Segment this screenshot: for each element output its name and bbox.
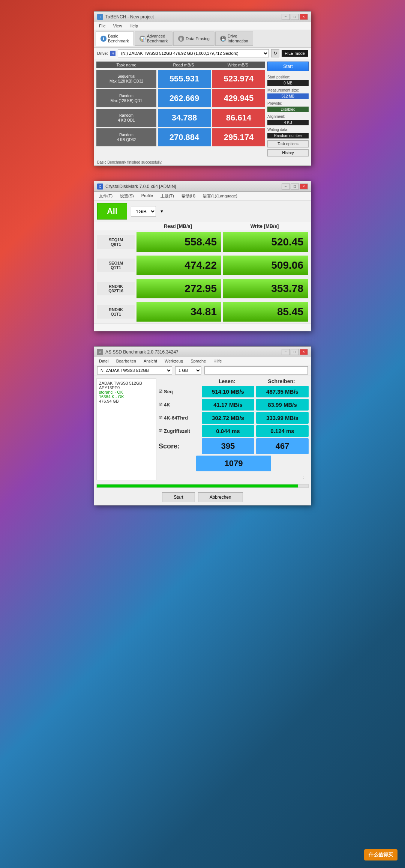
tab-advanced-benchmark[interactable]: 📊 AdvancedBenchmark: [135, 32, 173, 46]
asssd-menu-2[interactable]: Ansicht: [142, 358, 159, 364]
asssd-drive-model: APY13PE0: [99, 385, 154, 390]
cdm-menu-1[interactable]: 设置(S): [118, 193, 136, 200]
asssd-menu-5[interactable]: Hilfe: [212, 358, 224, 364]
tab-drive-information[interactable]: 💾 DriveInformation: [215, 32, 253, 46]
data-erasing-icon: 🗑: [178, 36, 184, 42]
cdm-icon: C: [97, 184, 103, 190]
asssd-title: AS SSD Benchmark 2.0.7316.34247: [105, 349, 178, 355]
task-options-button[interactable]: Task options: [267, 140, 309, 147]
cdm-write-header: Write [MB/s]: [221, 223, 308, 229]
asssd-seq-check: ☑: [159, 389, 162, 394]
watermark: 什么值得买: [364, 849, 398, 860]
asssd-4k64thrd-write: 333.99 MB/s: [256, 412, 309, 424]
cdm-seq1m-q8t1-write: 520.45: [223, 232, 308, 252]
cdm-title: CrystalDiskMark 7.0.0 x64 [ADMIN]: [105, 184, 176, 189]
asssd-storahci: storahci - OK: [99, 390, 154, 394]
asssd-size-select[interactable]: 1 GB: [175, 366, 201, 375]
meas-size-label: Measurement size:: [267, 88, 309, 92]
asssd-abort-button[interactable]: Abbrechen: [198, 492, 243, 502]
asssd-zugriffszeit-row: ☑ Zugriffszeit 0.044 ms 0.124 ms: [159, 425, 309, 437]
asssd-4k64thrd-label: ☑ 4K-64Thrd: [159, 415, 200, 421]
seq-label: SequentialMax (128 KB) QD32: [96, 70, 156, 88]
cdm-seq1m-q1t1-label: SEQ1MQ1T1: [97, 259, 135, 272]
menu-file[interactable]: File: [97, 23, 108, 29]
cdm-minimize-button[interactable]: −: [282, 184, 290, 190]
cdm-bottom-bar: [94, 323, 311, 331]
menu-help[interactable]: Help: [128, 23, 140, 29]
col-read: Read mB/S: [156, 63, 211, 67]
txbench-window: T TxBENCH - New project − □ × File View …: [94, 11, 311, 166]
tab-basic-benchmark[interactable]: ℹ BasicBenchmark: [96, 32, 134, 46]
close-button[interactable]: ×: [300, 14, 308, 20]
asssd-score-row: Score: 395 467: [159, 438, 309, 454]
rnd4k-write: 86.614: [212, 109, 265, 127]
asssd-progress-bar: [96, 484, 309, 488]
status-bar: Basic Benchmark finished successfully.: [94, 159, 311, 165]
asssd-menu-1[interactable]: Bearbeiten: [114, 358, 138, 364]
drive-select[interactable]: (N:) ZADAK TWSS3 512GB 476.92 GB (1,000,…: [118, 49, 269, 57]
asssd-controls: − □ ×: [282, 349, 308, 355]
cdm-menu-5[interactable]: 语言(L)(Language): [201, 193, 239, 200]
asssd-close-button[interactable]: ×: [300, 349, 308, 355]
cdm-row-seq1m-q8t1: SEQ1MQ8T1 558.45 520.45: [94, 230, 311, 254]
asssd-drive-name: ZADAK TWSS3 512GB: [99, 381, 154, 385]
rnd-max-label: RandomMax (128 KB) QD1: [96, 89, 156, 107]
asssd-lesen-header: Lesen:: [200, 378, 254, 384]
cdm-size-select[interactable]: 1GiB: [131, 206, 156, 217]
prewrite-value: Disabled: [267, 107, 309, 112]
txbench-content: Task name Read mB/S Write mB/S Sequentia…: [94, 59, 311, 159]
cdm-menu-2[interactable]: Profile: [140, 193, 155, 200]
asssd-menu-4[interactable]: Sprache: [189, 358, 208, 364]
cdm-read-header: Read [MB/s]: [135, 223, 221, 229]
advanced-benchmark-icon: 📊: [140, 36, 146, 42]
asssd-4k-check: ☑: [159, 402, 162, 407]
tab-data-erasing[interactable]: 🗑 Data Erasing: [173, 32, 214, 46]
cdm-header-row: Read [MB/s] Write [MB/s]: [94, 222, 311, 230]
asssd-info-field[interactable]: [204, 366, 308, 375]
menu-view[interactable]: View: [111, 23, 124, 29]
basic-benchmark-icon: ℹ: [100, 36, 106, 42]
txbench-title: TxBENCH - New project: [105, 14, 154, 20]
cdm-menu-4[interactable]: 帮助(H): [180, 193, 197, 200]
cdm-row-seq1m-q1t1: SEQ1MQ1T1 474.22 509.06: [94, 254, 311, 277]
status-text: Basic Benchmark finished successfully.: [97, 160, 162, 164]
asssd-drive-size: 476.94 GB: [99, 399, 154, 403]
cdm-seq1m-q1t1-write: 509.06: [223, 256, 308, 275]
seq-read: 555.931: [158, 70, 211, 88]
asssd-drive-select[interactable]: N: ZADAK TWSS3 512GB: [97, 366, 172, 375]
asssd-maximize-button[interactable]: □: [291, 349, 299, 355]
asssd-minimize-button[interactable]: −: [282, 349, 290, 355]
asssd-menu-3[interactable]: Werkzeug: [163, 358, 185, 364]
asssd-start-button[interactable]: Start: [162, 492, 195, 502]
cdm-close-button[interactable]: ×: [300, 184, 308, 190]
asssd-total-row: 1079: [159, 456, 309, 471]
history-button[interactable]: History: [267, 149, 309, 156]
txbench-toolbar: ℹ BasicBenchmark 📊 AdvancedBenchmark 🗑 D…: [94, 30, 311, 48]
minimize-button[interactable]: −: [282, 14, 290, 20]
rnd4k-read: 34.788: [158, 109, 211, 127]
file-mode-button[interactable]: FILE mode: [282, 50, 308, 57]
drive-type-icon: N: [110, 51, 116, 56]
cdm-menu-0[interactable]: 文件(F): [97, 193, 114, 200]
asssd-menu-0[interactable]: Datei: [97, 358, 111, 364]
maximize-button[interactable]: □: [291, 14, 299, 20]
bench-sidebar: Start Start position: 0 MB Measurement s…: [267, 62, 309, 156]
cdm-menu-3[interactable]: 主题(T): [159, 193, 176, 200]
cdm-row-rnd4k-q32t16: RND4KQ32T16 272.95 353.78: [94, 277, 311, 300]
cdm-all-button[interactable]: All: [97, 203, 127, 220]
asssd-4k-row: ☑ 4K 41.17 MB/s 83.99 MB/s: [159, 399, 309, 411]
asssd-seq-label: ☑ Seq: [159, 389, 200, 394]
txbench-menubar: File View Help: [94, 22, 311, 30]
rnd4kqd32-read: 270.884: [158, 128, 211, 146]
asssd-menubar: Datei Bearbeiten Ansicht Werkzeug Sprach…: [94, 357, 311, 365]
drive-refresh-icon[interactable]: ↻: [271, 49, 279, 57]
drive-info-icon: 💾: [220, 36, 226, 42]
asssd-4k64thrd-check: ☑: [159, 415, 162, 420]
asssd-header-row: Lesen: Schreiben:: [159, 378, 309, 384]
asssd-score-read: 395: [202, 438, 254, 454]
alignment-value: 4 KB: [267, 120, 309, 125]
cdm-titlebar: C CrystalDiskMark 7.0.0 x64 [ADMIN] − □ …: [94, 181, 311, 192]
asssd-4k-write: 83.99 MB/s: [256, 399, 309, 411]
cdm-maximize-button[interactable]: □: [291, 184, 299, 190]
start-button[interactable]: Start: [267, 62, 309, 71]
